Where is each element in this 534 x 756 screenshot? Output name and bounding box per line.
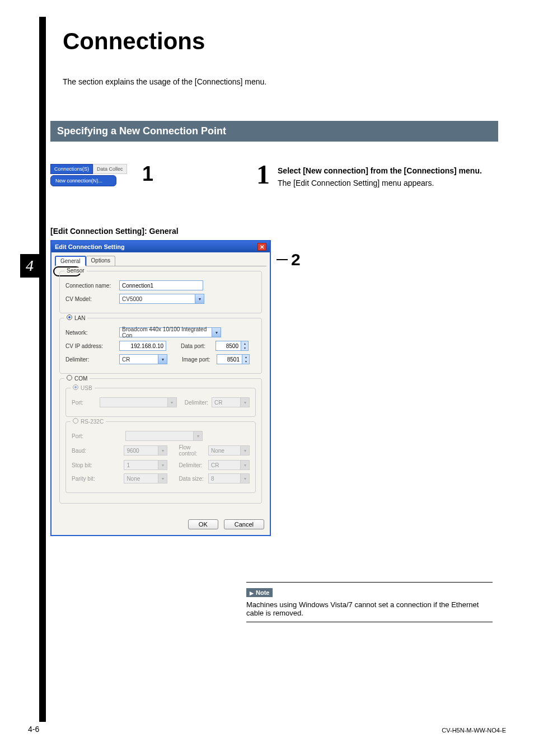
baud-value: 9600 bbox=[124, 446, 158, 455]
chevron-down-icon: ▾ bbox=[167, 398, 176, 407]
parity-select: None ▾ bbox=[124, 473, 167, 483]
lan-group: LAN Network: Broadcom 440x 10/100 Integr… bbox=[59, 318, 262, 374]
network-select[interactable]: Broadcom 440x 10/100 Integrated Con ▾ bbox=[119, 327, 221, 337]
usb-port-select: ▾ bbox=[100, 397, 177, 407]
tab-general[interactable]: General bbox=[55, 256, 86, 266]
com-group: COM USB Port: ▾ Delimiter: bbox=[59, 378, 262, 504]
label-baud: Baud: bbox=[72, 448, 120, 454]
close-icon[interactable]: ✕ bbox=[257, 243, 266, 251]
doc-code: CV-H5N-M-WW-NO4-E bbox=[442, 727, 506, 734]
stopbit-select: 1 ▾ bbox=[124, 460, 167, 470]
edit-connection-dialog: Edit Connection Setting ✕ General Option… bbox=[50, 240, 271, 536]
usb-radio[interactable]: USB bbox=[71, 384, 95, 391]
rs-port-select: ▾ bbox=[125, 431, 203, 441]
chevron-down-icon: ▾ bbox=[158, 446, 167, 455]
tab-options[interactable]: Options bbox=[86, 256, 115, 266]
note-text: Machines using Windows Vista/7 cannot se… bbox=[246, 600, 493, 617]
dialog-tabs: General Options bbox=[55, 256, 266, 266]
chevron-down-icon: ▾ bbox=[158, 355, 167, 364]
image-port-input[interactable] bbox=[217, 354, 242, 364]
label-cv-ip: CV IP address: bbox=[65, 343, 116, 349]
label-datasize: Data size: bbox=[179, 476, 205, 482]
step-1-result: The [Edit Connection Setting] menu appea… bbox=[278, 179, 498, 187]
usb-delimiter-select: CR ▾ bbox=[212, 397, 250, 407]
cancel-button[interactable]: Cancel bbox=[224, 519, 264, 529]
usb-radio-dot[interactable] bbox=[73, 384, 78, 390]
note-rule-top bbox=[246, 582, 493, 583]
chevron-down-icon: ▾ bbox=[158, 474, 167, 483]
chevron-down-icon: ▾ bbox=[158, 461, 167, 469]
label-network: Network: bbox=[65, 330, 116, 336]
step-1-row: Connections(S) Data Collec New connectio… bbox=[50, 164, 498, 187]
label-usb-delimiter: Delimiter: bbox=[185, 400, 208, 406]
callout-2: 2 bbox=[277, 250, 301, 269]
com-radio[interactable]: COM bbox=[64, 375, 90, 382]
rs232c-radio-dot[interactable] bbox=[73, 418, 78, 424]
intro-text: The section explains the usage of the [C… bbox=[63, 77, 498, 86]
label-image-port: Image port: bbox=[182, 356, 213, 363]
com-label: COM bbox=[74, 375, 87, 382]
callout-1-left: 1 bbox=[142, 164, 153, 184]
usb-delimiter-value: CR bbox=[212, 398, 240, 407]
step-1-instruction: Select [New connection] from the [Connec… bbox=[278, 166, 498, 175]
callout-2-number: 2 bbox=[291, 250, 301, 269]
ok-button[interactable]: OK bbox=[188, 519, 218, 529]
flow-value: None bbox=[209, 446, 240, 455]
connection-name-input[interactable] bbox=[119, 280, 203, 290]
chevron-down-icon: ▾ bbox=[240, 461, 249, 469]
rs232c-radio[interactable]: RS-232C bbox=[71, 418, 106, 425]
parity-value: None bbox=[124, 474, 158, 483]
spin-buttons[interactable]: ▴▾ bbox=[241, 341, 249, 351]
lan-radio-dot[interactable] bbox=[67, 314, 72, 320]
network-value: Broadcom 440x 10/100 Integrated Con bbox=[120, 328, 212, 337]
label-stopbit: Stop bit: bbox=[72, 462, 120, 468]
data-port-input[interactable] bbox=[216, 341, 241, 351]
menu-tab-datacollect[interactable]: Data Collec bbox=[93, 164, 127, 174]
dialog-body: Sensor Connection name: CV Model: CV5000… bbox=[51, 266, 270, 514]
page-title: Connections bbox=[63, 28, 498, 55]
cv-ip-input[interactable] bbox=[119, 341, 166, 351]
menu-item-new-connection[interactable]: New connection(N)... bbox=[50, 175, 116, 186]
step-1-text: Select [New connection] from the [Connec… bbox=[278, 164, 498, 187]
datasize-value: 8 bbox=[209, 474, 240, 483]
vertical-rule bbox=[39, 17, 46, 722]
label-delimiter: Delimiter: bbox=[65, 356, 116, 363]
baud-select: 9600 ▾ bbox=[124, 445, 167, 456]
chevron-down-icon: ▾ bbox=[193, 431, 202, 440]
label-flow: Flow control: bbox=[179, 444, 205, 457]
dialog-titlebar: Edit Connection Setting ✕ bbox=[51, 241, 270, 252]
label-parity: Parity bit: bbox=[72, 476, 120, 482]
cv-model-value: CV5000 bbox=[120, 294, 195, 303]
note-tag-text: Note bbox=[256, 589, 269, 596]
com-radio-dot[interactable] bbox=[67, 375, 72, 381]
rs-delimiter-select: CR ▾ bbox=[208, 460, 250, 470]
lan-radio[interactable]: LAN bbox=[64, 314, 87, 321]
rs-port-value bbox=[126, 431, 193, 440]
image-port-spin[interactable]: ▴▾ bbox=[217, 354, 250, 364]
stopbit-value: 1 bbox=[124, 461, 158, 469]
lan-label: LAN bbox=[74, 315, 85, 321]
lan-delimiter-select[interactable]: CR ▾ bbox=[119, 354, 167, 364]
data-port-spin[interactable]: ▴▾ bbox=[216, 341, 249, 351]
label-data-port: Data port: bbox=[181, 343, 212, 349]
label-cv-model: CV Model: bbox=[65, 296, 116, 302]
usb-group: USB Port: ▾ Delimiter: CR ▾ bbox=[65, 388, 256, 417]
rs232c-label: RS-232C bbox=[81, 419, 104, 425]
menu-tabs: Connections(S) Data Collec bbox=[50, 164, 129, 174]
sensor-group-title: Sensor bbox=[64, 267, 87, 274]
menu-tab-connections[interactable]: Connections(S) bbox=[50, 164, 93, 174]
triangle-icon: ▶ bbox=[250, 590, 254, 596]
usb-port-value bbox=[100, 398, 167, 407]
dialog-title-text: Edit Connection Setting bbox=[55, 243, 125, 250]
cv-model-select[interactable]: CV5000 ▾ bbox=[119, 294, 204, 304]
chevron-down-icon: ▾ bbox=[240, 398, 249, 407]
rs-delimiter-value: CR bbox=[209, 461, 240, 469]
sensor-group: Sensor Connection name: CV Model: CV5000… bbox=[59, 271, 262, 313]
page-number: 4-6 bbox=[28, 725, 39, 734]
label-connection-name: Connection name: bbox=[65, 283, 116, 289]
chevron-down-icon: ▾ bbox=[195, 294, 204, 303]
lan-delimiter-value: CR bbox=[120, 355, 158, 364]
step-number-1: 1 bbox=[247, 164, 270, 185]
usb-label: USB bbox=[81, 385, 92, 391]
spin-buttons[interactable]: ▴▾ bbox=[242, 354, 250, 364]
